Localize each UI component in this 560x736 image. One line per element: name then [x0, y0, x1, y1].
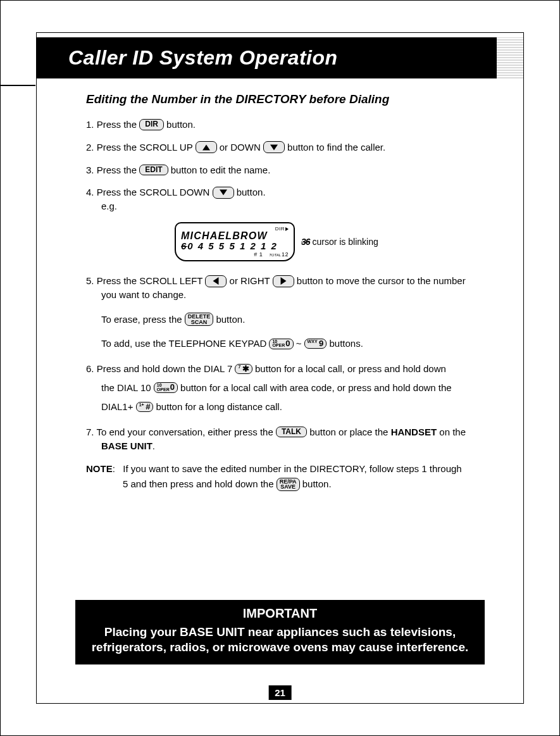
step-5-add: To add, use the TELEPHONE KEYPAD 10OPER0…: [86, 335, 509, 353]
text: 3. Press the: [86, 165, 139, 175]
note: NOTE: If you want to save the edited num…: [86, 461, 509, 492]
text: button.: [166, 119, 196, 130]
triangle-down-icon: [220, 190, 227, 196]
text: or DOWN: [220, 142, 263, 153]
text: or RIGHT: [230, 275, 273, 286]
text: To add, use the TELEPHONE KEYPAD: [101, 338, 269, 349]
step-4: 4. Press the SCROLL DOWN button. e.g.: [86, 185, 509, 213]
text: #: [146, 402, 150, 411]
text: button.: [216, 314, 245, 325]
key-scroll-left: [205, 275, 227, 287]
text: 1. Press the: [86, 119, 139, 130]
lcd-annotation: 36 cursor is blinking: [301, 237, 378, 247]
step-3: 3. Press the EDIT button to edit the nam…: [86, 163, 509, 177]
key-edit: EDIT: [139, 165, 168, 175]
key-delete-scan: DELETESCAN: [185, 313, 214, 326]
example-label: e.g.: [101, 199, 509, 213]
page-title: Caller ID System Operation: [68, 46, 338, 70]
text: button.: [237, 187, 266, 197]
text: SAVE: [280, 484, 297, 490]
lcd-example: DIR MICHAELBROW 60 4 5 5 5 1 2 1 2 # 1 T…: [175, 222, 509, 262]
text: 1+: [139, 402, 144, 407]
key-oper-0: 10OPER0: [269, 339, 293, 349]
text: button to move the cursor to the number: [297, 275, 466, 286]
text: OPER: [157, 388, 170, 392]
text: If you want to save the edited number in…: [123, 463, 461, 474]
step-1: 1. Press the DIR button.: [86, 118, 509, 132]
lcd-line-2: 60 4 5 5 5 1 2 1 2: [181, 241, 289, 252]
step-6: 6. Press and hold down the DIAL 7 7 ✱ bu…: [86, 359, 509, 416]
cursor-symbol: 36: [301, 237, 310, 247]
text: cursor is blinking: [310, 237, 378, 247]
text: 0 4 5 5 5 1 2 1 2: [187, 240, 277, 251]
text: 2. Press the SCROLL UP: [86, 142, 196, 153]
step-5-erase: To erase, press the DELETESCAN button.: [86, 311, 509, 329]
text: 7. To end your conversation, either pres…: [86, 427, 276, 437]
key-scroll-up: [196, 141, 217, 153]
important-body: Placing your BASE UNIT near appliances s…: [87, 625, 473, 656]
lcd-line-1: MICHAELBROW: [181, 231, 289, 241]
text: ✱: [242, 364, 249, 373]
text: To erase, press the: [101, 314, 185, 325]
text: WXY: [308, 339, 318, 344]
key-7-star: 7 ✱: [235, 364, 252, 374]
text: button or place the: [309, 427, 390, 437]
text: buttons.: [329, 338, 363, 349]
text: button to edit the name.: [171, 165, 271, 175]
text: TOTAL: [269, 253, 281, 257]
text: DIR: [275, 226, 285, 232]
key-repa-save: RE/PASAVE: [277, 478, 300, 491]
text: 4. Press the SCROLL DOWN: [86, 187, 213, 197]
text: button.: [302, 478, 332, 489]
text-handset: HANDSET: [391, 427, 437, 437]
page-number: 21: [268, 685, 292, 700]
note-label: NOTE: [86, 463, 113, 474]
play-icon: [285, 227, 289, 231]
manual-page: Caller ID System Operation Editing the N…: [0, 0, 560, 736]
important-box: IMPORTANT Placing your BASE UNIT near ap…: [75, 600, 485, 664]
page-body: Editing the Number in the DIRECTORY befo…: [86, 92, 509, 659]
key-wxy-9: WXY 9: [304, 339, 327, 349]
text: 12: [282, 251, 289, 258]
step-2: 2. Press the SCROLL UP or DOWN button to…: [86, 140, 509, 154]
text: 1: [259, 251, 263, 258]
text: 5. Press the SCROLL LEFT: [86, 275, 205, 286]
crop-mark: [1, 85, 35, 86]
lcd-screen: DIR MICHAELBROW 60 4 5 5 5 1 2 1 2 # 1 T…: [175, 222, 295, 262]
step-7: 7. To end your conversation, either pres…: [86, 425, 509, 453]
text: button for a local call with area code, …: [180, 382, 452, 393]
text: #: [254, 251, 258, 258]
text: 9: [319, 339, 323, 348]
text: 5 and then press and hold down the: [123, 478, 277, 489]
key-scroll-down: [263, 141, 285, 153]
key-scroll-right: [273, 275, 294, 287]
text: button for a long distance call.: [156, 401, 282, 412]
lcd-footer: # 1 TOTAL12: [181, 251, 289, 258]
text: on the: [439, 427, 466, 437]
triangle-left-icon: [213, 277, 219, 285]
header-corner-pattern: [497, 37, 523, 78]
key-1-hash: 1+ #: [136, 402, 154, 412]
text: DIAL1+: [101, 401, 136, 412]
page-header: Caller ID System Operation: [37, 37, 523, 78]
text: 0: [285, 339, 290, 348]
text: OPER: [272, 344, 285, 347]
text: button to find the caller.: [287, 142, 385, 153]
text: the DIAL 10: [101, 382, 154, 393]
key-oper-0: 10OPER0: [154, 382, 178, 393]
text: ~: [296, 338, 304, 349]
key-talk: TALK: [276, 427, 307, 437]
text: SCAN: [188, 320, 211, 325]
text: button for a local call, or press and ho…: [255, 363, 446, 374]
text-base-unit: BASE UNIT: [101, 440, 152, 451]
triangle-down-icon: [270, 144, 278, 150]
key-scroll-down: [213, 187, 234, 199]
text: .: [152, 440, 155, 451]
important-heading: IMPORTANT: [87, 606, 473, 621]
text: 6. Press and hold down the DIAL 7: [86, 363, 235, 374]
key-dir: DIR: [139, 119, 164, 130]
text: you want to change.: [101, 288, 509, 302]
section-heading: Editing the Number in the DIRECTORY befo…: [86, 92, 509, 106]
step-5: 5. Press the SCROLL LEFT or RIGHT button…: [86, 274, 509, 302]
lcd-cursor-char: 6: [181, 240, 187, 251]
